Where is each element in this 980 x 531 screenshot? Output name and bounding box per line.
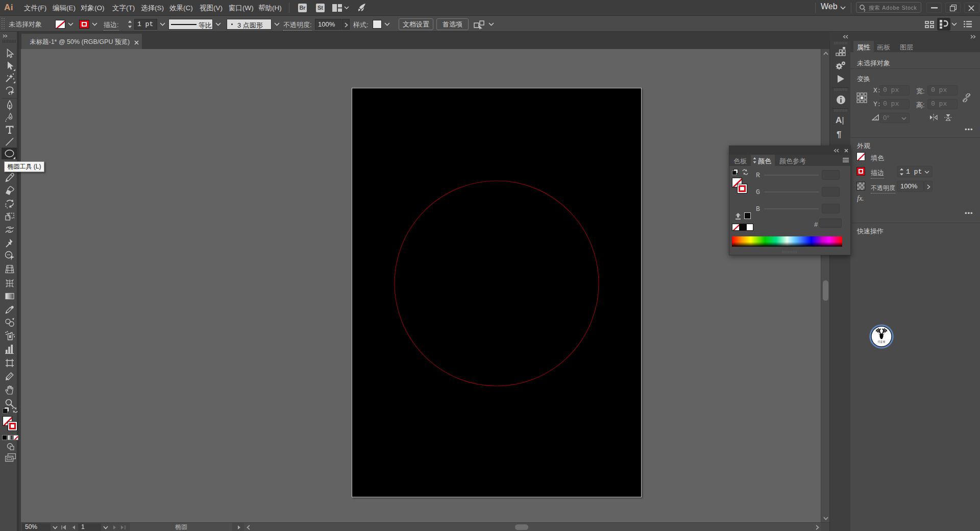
svg-text:行走者: 行走者 <box>878 340 886 344</box>
